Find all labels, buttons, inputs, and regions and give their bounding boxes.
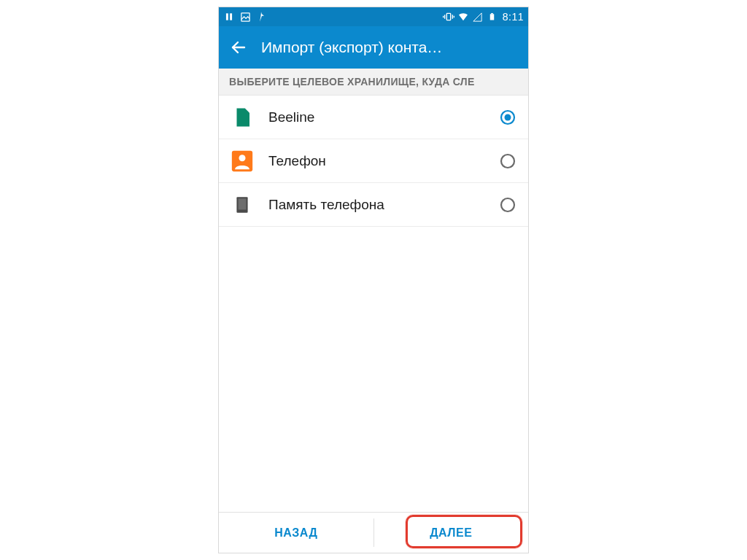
- wifi-icon: [457, 11, 469, 23]
- svg-rect-17: [239, 198, 247, 209]
- footer-bar: НАЗАД ДАЛЕЕ: [219, 512, 528, 553]
- svg-rect-9: [491, 13, 493, 14]
- check-icon: [255, 11, 267, 23]
- storage-option-label: Beeline: [268, 109, 486, 125]
- back-button[interactable]: НАЗАД: [219, 513, 374, 553]
- image-icon: [239, 11, 251, 23]
- vibrate-icon: [443, 11, 454, 23]
- svg-rect-1: [230, 13, 232, 20]
- clock-text: 8:11: [503, 11, 524, 23]
- svg-point-15: [501, 155, 514, 168]
- storage-icon: [229, 192, 255, 218]
- sim-icon: [229, 104, 255, 131]
- svg-point-12: [505, 114, 511, 120]
- section-header: ВЫБЕРИТЕ ЦЕЛЕВОЕ ХРАНИЛИЩЕ, КУДА СЛЕ: [219, 69, 528, 96]
- storage-option-phone-memory[interactable]: Память телефона: [219, 183, 528, 227]
- contact-icon: [229, 148, 255, 174]
- radio-unselected-icon[interactable]: [499, 152, 516, 170]
- storage-list: Beeline Телефон Память телефона: [219, 96, 528, 227]
- back-arrow-icon[interactable]: [229, 38, 248, 57]
- phone-screen: 8:11 Импорт (экспорт) конта… ВЫБЕРИТЕ ЦЕ…: [218, 7, 529, 553]
- status-bar: 8:11: [219, 7, 528, 26]
- app-bar: Импорт (экспорт) конта…: [219, 26, 528, 69]
- storage-option-phone[interactable]: Телефон: [219, 139, 528, 183]
- page-title: Импорт (экспорт) конта…: [261, 39, 528, 56]
- next-button[interactable]: ДАЛЕЕ: [374, 513, 529, 553]
- svg-rect-8: [490, 14, 495, 20]
- svg-rect-0: [226, 13, 228, 20]
- radio-unselected-icon[interactable]: [499, 196, 516, 214]
- pause-icon: [223, 11, 235, 23]
- storage-option-beeline[interactable]: Beeline: [219, 96, 528, 139]
- svg-rect-3: [446, 13, 450, 20]
- signal-icon: [472, 11, 484, 23]
- storage-option-label: Память телефона: [268, 197, 486, 213]
- svg-point-14: [239, 155, 245, 161]
- storage-option-label: Телефон: [268, 153, 486, 169]
- radio-selected-icon[interactable]: [499, 109, 516, 126]
- svg-point-18: [501, 198, 514, 211]
- battery-icon: [487, 11, 498, 23]
